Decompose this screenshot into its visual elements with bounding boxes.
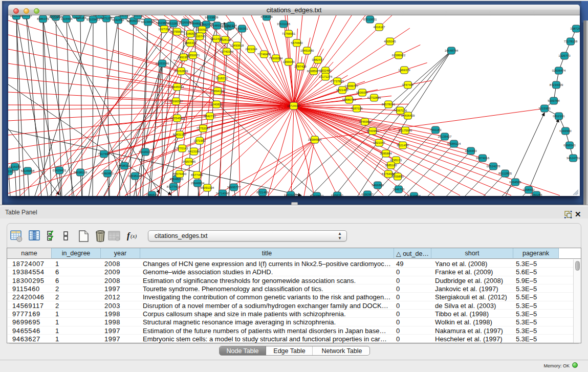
svg-text:1031051: 1031051 xyxy=(132,15,144,17)
svg-text:9743953: 9743953 xyxy=(366,129,379,133)
svg-text:80831367: 80831367 xyxy=(173,133,187,136)
svg-text:81223623: 81223623 xyxy=(310,194,324,196)
svg-text:76945314: 76945314 xyxy=(170,85,184,89)
svg-text:3482477: 3482477 xyxy=(312,58,324,61)
svg-text:16033809: 16033809 xyxy=(205,16,219,19)
svg-text:3747407: 3747407 xyxy=(402,83,414,86)
svg-text:8708317: 8708317 xyxy=(118,164,130,167)
svg-text:36995777: 36995777 xyxy=(227,186,241,189)
svg-text:62702895: 62702895 xyxy=(367,96,381,99)
svg-text:3387262: 3387262 xyxy=(570,27,580,30)
svg-text:87277434: 87277434 xyxy=(167,185,181,188)
svg-text:4060883: 4060883 xyxy=(101,172,114,175)
svg-text:3285884: 3285884 xyxy=(380,152,392,155)
svg-text:73178108: 73178108 xyxy=(564,40,578,43)
svg-text:18724007: 18724007 xyxy=(287,104,301,107)
svg-text:6998543: 6998543 xyxy=(563,144,576,147)
svg-text:7182278: 7182278 xyxy=(48,15,60,16)
svg-text:02606474: 02606474 xyxy=(552,69,566,72)
svg-text:13493618: 13493618 xyxy=(230,44,244,47)
svg-text:51850671: 51850671 xyxy=(186,54,200,57)
svg-text:7816184: 7816184 xyxy=(74,16,86,19)
svg-text:3709859: 3709859 xyxy=(391,175,404,178)
svg-text:1399049: 1399049 xyxy=(282,60,295,63)
svg-text:(x): (x) xyxy=(130,233,137,239)
svg-text:13433200: 13433200 xyxy=(284,193,298,196)
svg-text:13171274: 13171274 xyxy=(319,75,333,78)
svg-text:29946804: 29946804 xyxy=(191,182,205,185)
svg-text:65787133: 65787133 xyxy=(93,15,107,16)
svg-text:71746488: 71746488 xyxy=(257,53,271,56)
svg-text:16648784: 16648784 xyxy=(445,49,459,52)
svg-text:1969379: 1969379 xyxy=(398,69,410,72)
svg-text:5240824: 5240824 xyxy=(210,103,223,106)
svg-text:0330923: 0330923 xyxy=(196,28,208,31)
svg-text:62729806: 62729806 xyxy=(407,194,421,196)
svg-text:27354549: 27354549 xyxy=(170,117,184,120)
svg-text:9600133: 9600133 xyxy=(20,15,32,17)
svg-text:9413186: 9413186 xyxy=(188,150,200,153)
svg-text:85574443: 85574443 xyxy=(173,172,187,176)
svg-text:99091334: 99091334 xyxy=(201,186,214,189)
svg-text:4896383: 4896383 xyxy=(70,15,82,16)
svg-text:86578091: 86578091 xyxy=(382,103,396,106)
svg-text:87234309: 87234309 xyxy=(550,83,563,86)
svg-text:7991183: 7991183 xyxy=(430,128,442,132)
svg-text:65648236: 65648236 xyxy=(170,178,184,181)
svg-text:0842710: 0842710 xyxy=(204,115,216,118)
svg-text:55886753: 55886753 xyxy=(342,98,356,101)
svg-text:49894134: 49894134 xyxy=(211,90,225,93)
svg-text:4738299: 4738299 xyxy=(260,15,273,18)
svg-text:6690967: 6690967 xyxy=(361,193,374,196)
svg-text:82175946: 82175946 xyxy=(399,129,412,132)
svg-text:2260256: 2260256 xyxy=(530,193,542,196)
svg-text:9421047: 9421047 xyxy=(373,141,385,144)
svg-text:4316117: 4316117 xyxy=(374,26,386,29)
svg-text:76320163: 76320163 xyxy=(139,150,153,154)
svg-text:77752047: 77752047 xyxy=(197,127,210,130)
svg-text:6658760: 6658760 xyxy=(331,194,343,196)
svg-text:2421024: 2421024 xyxy=(245,48,257,51)
svg-text:6193990: 6193990 xyxy=(559,129,572,133)
svg-text:37996507: 37996507 xyxy=(169,100,183,103)
svg-text:01429401: 01429401 xyxy=(53,169,67,172)
svg-text:1824493: 1824493 xyxy=(465,149,477,152)
svg-text:3215955: 3215955 xyxy=(538,107,551,110)
svg-text:80112805: 80112805 xyxy=(498,172,512,175)
svg-text:8677496: 8677496 xyxy=(191,173,203,177)
svg-text:71756551: 71756551 xyxy=(282,32,296,35)
svg-text:7770143: 7770143 xyxy=(176,147,188,150)
svg-text:8386379: 8386379 xyxy=(37,17,49,20)
svg-text:1615594: 1615594 xyxy=(60,17,73,20)
svg-text:4745171: 4745171 xyxy=(390,159,402,162)
svg-text:98084124: 98084124 xyxy=(447,142,461,145)
svg-text:4005045: 4005045 xyxy=(384,40,396,43)
svg-text:3158692: 3158692 xyxy=(522,188,535,191)
svg-text:1671902: 1671902 xyxy=(193,139,206,142)
svg-text:57262849: 57262849 xyxy=(175,70,188,73)
svg-text:62386922: 62386922 xyxy=(392,54,406,57)
svg-text:5430391: 5430391 xyxy=(236,27,248,30)
svg-text:5674680: 5674680 xyxy=(291,41,303,45)
svg-text:04499727: 04499727 xyxy=(345,84,359,87)
svg-text:25135427: 25135427 xyxy=(438,135,452,138)
svg-text:55698169: 55698169 xyxy=(74,171,88,174)
svg-text:79740344: 79740344 xyxy=(220,50,234,53)
svg-text:9521456: 9521456 xyxy=(397,144,409,147)
svg-text:00524278: 00524278 xyxy=(487,165,500,168)
svg-text:4216073: 4216073 xyxy=(9,165,21,168)
svg-text:7193745: 7193745 xyxy=(193,35,206,38)
svg-text:53755646: 53755646 xyxy=(170,30,184,33)
svg-text:93103413: 93103413 xyxy=(86,18,100,21)
svg-text:34624751: 34624751 xyxy=(567,157,580,160)
svg-text:15451680: 15451680 xyxy=(300,49,314,52)
svg-text:1627204: 1627204 xyxy=(158,28,170,31)
svg-text:7187026: 7187026 xyxy=(351,107,363,110)
svg-text:67010651: 67010651 xyxy=(363,18,377,21)
svg-text:4192832: 4192832 xyxy=(112,18,124,21)
svg-text:19384554: 19384554 xyxy=(308,138,322,141)
svg-text:5098393: 5098393 xyxy=(118,15,130,17)
svg-text:3685160: 3685160 xyxy=(385,164,397,167)
svg-text:8721489: 8721489 xyxy=(256,191,269,194)
svg-text:7543303: 7543303 xyxy=(8,170,15,173)
